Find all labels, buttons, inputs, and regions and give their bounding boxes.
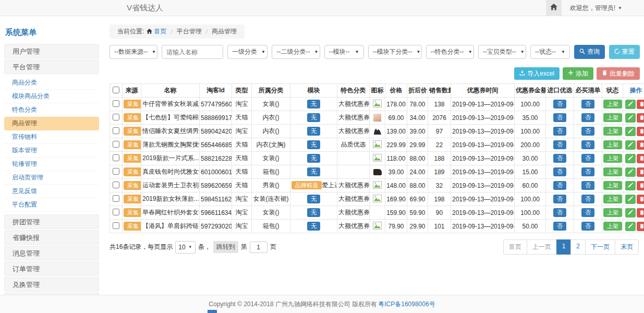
row-checkbox[interactable] xyxy=(113,222,119,229)
status-toggle[interactable]: 上架 xyxy=(603,195,622,203)
per-page-select[interactable]: 10 ▼ xyxy=(175,241,195,254)
sidebar-item-13[interactable]: 省赚快报 xyxy=(4,230,99,245)
sidebar-item-4[interactable]: 特色分类 xyxy=(4,103,99,117)
mustbuy-toggle[interactable]: 否 xyxy=(581,113,594,122)
status-toggle[interactable]: 上架 xyxy=(603,140,622,149)
scrollbar-thumb[interactable] xyxy=(208,310,217,313)
imported-toggle[interactable]: 否 xyxy=(553,181,566,189)
mustbuy-toggle[interactable]: 否 xyxy=(581,140,594,149)
imported-toggle[interactable]: 否 xyxy=(553,100,566,108)
imported-toggle[interactable]: 否 xyxy=(553,222,566,230)
home-button[interactable] xyxy=(546,0,562,16)
status-toggle[interactable]: 上架 xyxy=(603,154,622,162)
filter-select-4[interactable]: --模块--▼ xyxy=(324,45,364,59)
status-toggle[interactable]: 上架 xyxy=(603,167,622,176)
icp-link[interactable]: 粤ICP备16098006号 xyxy=(378,300,435,309)
sidebar-item-8[interactable]: 轮播管理 xyxy=(4,158,99,171)
sidebar-item-15[interactable]: 订单管理 xyxy=(4,261,99,276)
filter-select-3[interactable]: --二级分类--▼ xyxy=(272,45,320,59)
row-checkbox[interactable] xyxy=(113,141,119,148)
row-checkbox[interactable] xyxy=(113,168,119,175)
sidebar-item-9[interactable]: 启动页管理 xyxy=(4,171,99,185)
sidebar-item-16[interactable]: 兑换管理 xyxy=(4,277,99,292)
page-button-2[interactable]: 2 xyxy=(570,239,586,255)
delete-button[interactable] xyxy=(637,208,644,218)
filter-select-0[interactable]: --数据来源--▼ xyxy=(110,45,157,59)
query-button[interactable]: 查询 xyxy=(574,45,605,59)
sidebar-item-0[interactable]: 用户管理 xyxy=(4,44,99,58)
edit-button[interactable] xyxy=(625,127,636,136)
delete-button[interactable] xyxy=(637,113,644,123)
sidebar-item-3[interactable]: 模块商品分类 xyxy=(4,90,99,103)
import-excel-button[interactable]: 导入excel xyxy=(514,67,560,80)
batch-delete-button[interactable]: 批量删除 xyxy=(597,67,640,80)
filter-select-2[interactable]: 一级分类▼ xyxy=(227,45,268,59)
imported-toggle[interactable]: 否 xyxy=(553,113,566,122)
mustbuy-toggle[interactable]: 否 xyxy=(581,195,594,203)
delete-button[interactable] xyxy=(637,195,644,204)
imported-toggle[interactable]: 否 xyxy=(553,167,566,176)
sidebar-item-12[interactable]: 拼团管理 xyxy=(4,214,99,229)
delete-button[interactable] xyxy=(637,154,644,163)
edit-button[interactable] xyxy=(625,113,636,123)
status-toggle[interactable]: 上架 xyxy=(603,222,622,230)
sidebar-item-5[interactable]: 商品管理 xyxy=(4,117,99,130)
edit-button[interactable] xyxy=(625,181,636,190)
page-button-首页[interactable]: 首页 xyxy=(503,239,527,255)
mustbuy-toggle[interactable]: 否 xyxy=(581,222,594,230)
imported-toggle[interactable]: 否 xyxy=(553,195,566,203)
delete-button[interactable] xyxy=(637,181,644,190)
mustbuy-toggle[interactable]: 否 xyxy=(581,208,594,216)
name-search-input[interactable] xyxy=(162,45,223,59)
delete-button[interactable] xyxy=(637,127,644,136)
edit-button[interactable] xyxy=(625,154,636,163)
sidebar-item-10[interactable]: 意见反馈 xyxy=(4,185,99,198)
sidebar-item-14[interactable]: 消息管理 xyxy=(4,246,99,260)
row-checkbox[interactable] xyxy=(113,127,119,134)
edit-button[interactable] xyxy=(625,195,636,204)
add-button[interactable]: 添加 xyxy=(563,67,593,80)
edit-button[interactable] xyxy=(625,167,636,177)
delete-button[interactable] xyxy=(637,222,644,231)
edit-button[interactable] xyxy=(625,100,636,109)
page-button-1[interactable]: 1 xyxy=(556,239,572,255)
sidebar-item-11[interactable]: 平台配置 xyxy=(4,198,99,212)
filter-select-6[interactable]: --特色分类--▼ xyxy=(426,45,474,59)
row-checkbox[interactable] xyxy=(113,195,119,202)
page-button-下一页[interactable]: 下一页 xyxy=(585,239,615,255)
page-button-上一页[interactable]: 上一页 xyxy=(527,239,557,255)
mustbuy-toggle[interactable]: 否 xyxy=(581,167,594,176)
sidebar-item-2[interactable]: 商品分类 xyxy=(4,76,99,90)
sidebar-item-1[interactable]: 平台管理 xyxy=(4,59,99,74)
imported-toggle[interactable]: 否 xyxy=(553,154,566,162)
row-checkbox[interactable] xyxy=(113,209,119,215)
mustbuy-toggle[interactable]: 否 xyxy=(581,127,594,135)
select-all-checkbox[interactable] xyxy=(113,87,119,93)
status-toggle[interactable]: 上架 xyxy=(603,113,622,122)
delete-button[interactable] xyxy=(637,140,644,150)
edit-button[interactable] xyxy=(625,208,636,218)
row-checkbox[interactable] xyxy=(113,182,119,188)
row-checkbox[interactable] xyxy=(113,100,119,107)
delete-button[interactable] xyxy=(637,167,644,177)
page-button-末页[interactable]: 末页 xyxy=(615,239,639,255)
user-menu[interactable]: 欢迎您，管理员! ▼ xyxy=(562,4,644,13)
imported-toggle[interactable]: 否 xyxy=(553,140,566,149)
imported-toggle[interactable]: 否 xyxy=(553,208,566,216)
sidebar-item-6[interactable]: 宣传物料 xyxy=(4,130,99,144)
status-toggle[interactable]: 上架 xyxy=(603,100,622,108)
status-toggle[interactable]: 上架 xyxy=(603,208,622,216)
status-toggle[interactable]: 上架 xyxy=(603,181,622,189)
status-toggle[interactable]: 上架 xyxy=(603,127,622,135)
imported-toggle[interactable]: 否 xyxy=(553,127,566,135)
reset-button[interactable]: 重置 xyxy=(609,45,640,59)
row-checkbox[interactable] xyxy=(113,154,119,161)
mustbuy-toggle[interactable]: 否 xyxy=(581,100,594,108)
row-checkbox[interactable] xyxy=(113,114,119,121)
jump-button[interactable]: 跳转到 xyxy=(213,241,238,253)
sidebar-item-7[interactable]: 版本管理 xyxy=(4,144,99,158)
filter-select-5[interactable]: --模块下分类--▼ xyxy=(368,45,422,59)
mustbuy-toggle[interactable]: 否 xyxy=(581,154,594,162)
filter-select-8[interactable]: --状态--▼ xyxy=(530,45,570,59)
filter-select-7[interactable]: --宝贝类型--▼ xyxy=(478,45,526,59)
